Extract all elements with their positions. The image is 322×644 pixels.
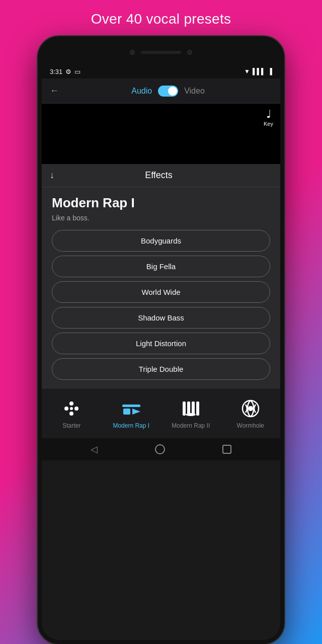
tab-audio[interactable]: Audio [131, 87, 152, 96]
toggle-switch[interactable] [158, 86, 178, 97]
effect-btn-world-wide[interactable]: World Wide [52, 281, 270, 303]
modern-rap-2-icon [180, 397, 202, 420]
battery-icon: ▐ [268, 68, 272, 75]
svg-point-1 [64, 407, 68, 411]
effects-panel: ↓ Effects Modern Rap I Like a boss. Body… [42, 164, 280, 438]
gear-icon: ⚙ [65, 68, 71, 75]
effect-btn-light-distortion[interactable]: Light Distortion [52, 333, 270, 354]
nav-label-starter: Starter [62, 422, 80, 429]
svg-point-4 [70, 407, 73, 410]
app-header: ← Audio Video [42, 78, 280, 104]
phone-bottom-bar: ◁ [42, 438, 280, 460]
nav-item-starter[interactable]: Starter [42, 397, 102, 429]
front-camera [130, 50, 135, 55]
phone-frame: 3:31 ⚙ ▭ ▼ ▌▌▌ ▐ ← Audio Video ♩ Key ↓ [38, 36, 284, 644]
home-gesture[interactable] [155, 444, 165, 454]
nav-item-modern-rap-1[interactable]: Modern Rap I [102, 397, 162, 429]
wifi-icon: ▼ [244, 68, 250, 75]
svg-marker-7 [132, 409, 140, 415]
effect-btn-triple-double[interactable]: Triple Double [52, 358, 270, 380]
video-preview: ♩ Key [42, 104, 280, 164]
phone-top-bar [42, 40, 280, 64]
key-label: Key [264, 121, 273, 127]
effect-buttons-list: Bodyguards Big Fella World Wide Shadow B… [52, 230, 270, 380]
key-button[interactable]: ♩ Key [264, 109, 273, 127]
preset-description: Like a boss. [52, 214, 270, 222]
wormhole-icon [239, 397, 262, 420]
nav-label-modern-rap-1: Modern Rap I [113, 422, 149, 429]
modern-rap-1-icon [120, 397, 142, 420]
tab-video[interactable]: Video [184, 87, 205, 96]
back-button[interactable]: ← [50, 86, 59, 96]
svg-point-14 [248, 406, 253, 411]
page-background-title: Over 40 vocal presets [91, 0, 231, 36]
recents-gesture[interactable] [222, 445, 231, 454]
battery-status-icon: ▭ [74, 68, 80, 75]
status-time: 3:31 [50, 68, 62, 75]
svg-rect-11 [196, 401, 199, 416]
starter-icon [60, 397, 83, 420]
signal-icon: ▌▌▌ [253, 68, 266, 75]
nav-item-modern-rap-2[interactable]: Modern Rap II [161, 397, 221, 429]
download-icon[interactable]: ↓ [50, 170, 54, 181]
preset-content: Modern Rap I Like a boss. Bodyguards Big… [42, 187, 280, 388]
preset-name: Modern Rap I [52, 195, 270, 211]
back-gesture[interactable]: ◁ [91, 444, 98, 455]
svg-point-12 [186, 413, 196, 416]
speaker [141, 51, 181, 54]
svg-point-0 [69, 401, 73, 406]
toggle-knob [168, 87, 177, 96]
effect-btn-big-fella[interactable]: Big Fella [52, 256, 270, 277]
status-bar: 3:31 ⚙ ▭ ▼ ▌▌▌ ▐ [42, 64, 280, 78]
effects-title: Effects [59, 170, 272, 181]
effects-header: ↓ Effects [42, 164, 280, 187]
proximity-sensor [187, 50, 192, 55]
nav-label-modern-rap-2: Modern Rap II [172, 422, 210, 429]
svg-point-3 [69, 412, 73, 416]
nav-label-wormhole: Wormhole [237, 422, 264, 429]
svg-rect-5 [122, 405, 140, 407]
svg-point-2 [74, 407, 78, 411]
bottom-nav: Starter Modern Rap I [42, 388, 280, 438]
key-music-icon: ♩ [266, 109, 271, 120]
effect-btn-bodyguards[interactable]: Bodyguards [52, 230, 270, 252]
svg-rect-6 [123, 409, 130, 415]
nav-item-wormhole[interactable]: Wormhole [221, 397, 281, 429]
effect-btn-shadow-bass[interactable]: Shadow Bass [52, 307, 270, 329]
svg-rect-8 [183, 401, 186, 416]
